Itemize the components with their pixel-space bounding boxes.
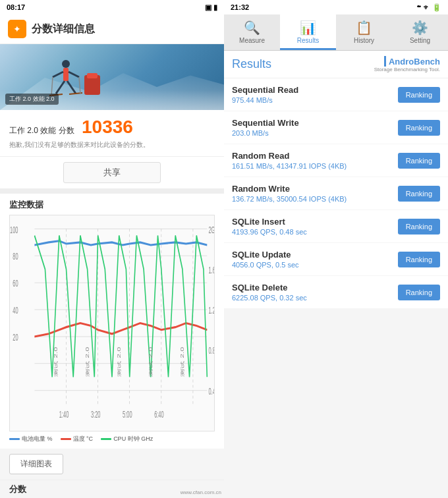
- results-list: Sequential Read 975.44 MB/s Ranking Sequ…: [224, 78, 448, 498]
- nav-history[interactable]: 📋 History: [336, 14, 392, 50]
- result-info-sqlite-update: SQLite Update 4056.0 QPS, 0.5 sec: [232, 250, 398, 269]
- result-item-sqlite-update: SQLite Update 4056.0 QPS, 0.5 sec Rankin…: [224, 243, 448, 275]
- result-info-random-write: Random Write 136.72 MB/s, 35000.54 IOPS …: [232, 184, 398, 203]
- androbench-logo: AndroBench Storage Benchmarking Tool.: [374, 56, 440, 72]
- svg-text:1.6GHz: 1.6GHz: [208, 265, 214, 275]
- svg-line-8: [51, 77, 53, 96]
- svg-text:0.8GHz: 0.8GHz: [208, 346, 214, 356]
- nav-setting[interactable]: ⚙️ Setting: [392, 14, 448, 50]
- svg-line-4: [56, 81, 65, 94]
- androbench-sub: Storage Benchmarking Tool.: [374, 67, 440, 72]
- svg-rect-11: [87, 73, 98, 78]
- share-section: 共享: [0, 157, 224, 194]
- result-value-5: 4056.0 QPS, 0.5 sec: [232, 261, 398, 269]
- result-name-0: Sequential Read: [232, 85, 398, 95]
- monitor-chart: 100 80 60 40 20 2GHz 1.6GHz 1.2GHz 0.8GH…: [10, 215, 214, 431]
- result-item-sqlite-delete: SQLite Delete 6225.08 QPS, 0.32 sec Rank…: [224, 276, 448, 308]
- legend-battery-dot: [9, 438, 20, 440]
- svg-text:0.4GHz: 0.4GHz: [208, 386, 214, 396]
- left-status-icons: ▣ ▮: [205, 3, 217, 12]
- result-name-3: Random Write: [232, 184, 398, 194]
- logo-bar: [384, 56, 386, 67]
- result-item-sqlite-insert: SQLite Insert 4193.96 QPS, 0.48 sec Rank…: [224, 210, 448, 242]
- setting-label: Setting: [410, 37, 430, 44]
- bottom-score-label: 分数: [9, 484, 26, 494]
- app-icon: ✦: [8, 20, 26, 38]
- detail-btn-section: 详细图表: [0, 449, 224, 480]
- nav-results[interactable]: 📊 Results: [280, 14, 336, 50]
- bag-svg: [79, 72, 105, 98]
- right-panel: 21:32 ☁ ᯤ 🔋 🔍 Measure 📊 Results 📋 Histor…: [224, 0, 448, 498]
- chart-legend: 电池电量 % 温度 °C CPU 时钟 GHz: [9, 435, 215, 443]
- svg-text:3:20: 3:20: [91, 409, 101, 419]
- left-time: 08:17: [7, 3, 25, 11]
- left-panel: 08:17 ▣ ▮ ✦ 分数详细信息: [0, 0, 224, 498]
- ranking-btn-6[interactable]: Ranking: [398, 285, 440, 300]
- svg-line-2: [53, 72, 63, 77]
- svg-text:测试 2.0: 测试 2.0: [53, 346, 58, 377]
- ranking-btn-1[interactable]: Ranking: [398, 120, 440, 136]
- right-nav: 🔍 Measure 📊 Results 📋 History ⚙️ Setting: [224, 14, 448, 51]
- result-info-sequential-read: Sequential Read 975.44 MB/s: [232, 85, 398, 104]
- svg-text:20: 20: [13, 333, 18, 343]
- nav-measure[interactable]: 🔍 Measure: [224, 14, 280, 50]
- svg-text:测试 2.0: 测试 2.0: [85, 346, 90, 377]
- results-label: Results: [297, 37, 319, 44]
- setting-icon: ⚙️: [412, 20, 428, 36]
- right-time: 21:32: [231, 3, 249, 11]
- svg-text:80: 80: [13, 252, 18, 262]
- legend-temp-label: 温度 °C: [73, 435, 94, 443]
- right-status-bar: 21:32 ☁ ᯤ 🔋: [224, 0, 448, 14]
- result-value-0: 975.44 MB/s: [232, 96, 398, 104]
- version-badge: 工作 2.0 效能 2.0: [5, 94, 59, 105]
- score-section: 工作 2.0 效能 分数 10336 抱歉,我们没有足够的数据来对比此设备的分数…: [0, 110, 224, 157]
- left-status-bar: 08:17 ▣ ▮: [0, 0, 224, 14]
- ranking-btn-4[interactable]: Ranking: [398, 219, 440, 235]
- svg-text:2GHz: 2GHz: [208, 225, 214, 235]
- share-button[interactable]: 共享: [63, 162, 161, 183]
- svg-text:6:40: 6:40: [154, 409, 164, 419]
- svg-rect-1: [63, 68, 69, 81]
- measure-icon: 🔍: [244, 20, 260, 36]
- legend-temp: 温度 °C: [61, 435, 94, 443]
- legend-battery: 电池电量 %: [9, 435, 53, 443]
- results-icon: 📊: [300, 20, 316, 36]
- legend-cpu: CPU 时钟 GHz: [101, 435, 153, 443]
- svg-line-5: [67, 81, 76, 94]
- ranking-btn-5[interactable]: Ranking: [398, 252, 440, 267]
- history-label: History: [354, 37, 374, 44]
- result-value-3: 136.72 MB/s, 35000.54 IOPS (4KB): [232, 195, 398, 203]
- legend-cpu-label: CPU 时钟 GHz: [113, 435, 153, 443]
- svg-text:测试 2.0: 测试 2.0: [117, 346, 121, 377]
- logo-row: AndroBench: [384, 56, 440, 67]
- result-info-sqlite-delete: SQLite Delete 6225.08 QPS, 0.32 sec: [232, 283, 398, 302]
- detail-button[interactable]: 详细图表: [9, 454, 63, 474]
- legend-battery-label: 电池电量 %: [22, 435, 53, 443]
- chart-area: 100 80 60 40 20 2GHz 1.6GHz 1.2GHz 0.8GH…: [9, 215, 215, 431]
- results-header: Results AndroBench Storage Benchmarking …: [224, 51, 448, 78]
- svg-text:测试 2.0: 测试 2.0: [180, 346, 184, 377]
- result-name-2: Random Read: [232, 151, 398, 161]
- result-name-4: SQLite Insert: [232, 217, 398, 227]
- score-value: 10336: [82, 117, 133, 137]
- result-value-2: 161.51 MB/s, 41347.91 IOPS (4KB): [232, 162, 398, 170]
- svg-text:1.2GHz: 1.2GHz: [208, 306, 214, 316]
- watermark: www.cfan.com.cn: [181, 489, 221, 495]
- right-status-icons: ☁ ᯤ 🔋: [417, 3, 441, 12]
- history-icon: 📋: [356, 20, 372, 36]
- result-value-1: 203.0 MB/s: [232, 129, 398, 137]
- hero-image: 工作 2.0 效能 2.0: [0, 44, 224, 110]
- ranking-btn-0[interactable]: Ranking: [398, 87, 440, 103]
- measure-label: Measure: [239, 37, 265, 44]
- monitor-section: 监控数据 100 80 60 40 20 2GHz 1.6GHz: [0, 194, 224, 449]
- svg-text:1:40: 1:40: [59, 409, 69, 419]
- left-header-title: 分数详细信息: [32, 22, 95, 36]
- ranking-btn-3[interactable]: Ranking: [398, 186, 440, 202]
- svg-point-0: [62, 60, 70, 68]
- result-item-random-write: Random Write 136.72 MB/s, 35000.54 IOPS …: [224, 177, 448, 209]
- androbench-name: AndroBench: [389, 57, 440, 67]
- result-value-4: 4193.96 QPS, 0.48 sec: [232, 228, 398, 236]
- result-info-sequential-write: Sequential Write 203.0 MB/s: [232, 118, 398, 137]
- ranking-btn-2[interactable]: Ranking: [398, 153, 440, 169]
- monitor-title: 监控数据: [9, 199, 215, 211]
